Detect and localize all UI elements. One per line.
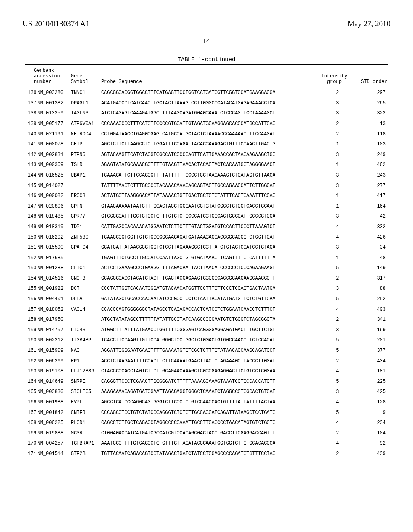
row-index: 156 — [25, 294, 36, 304]
gene-symbol: GPHN — [70, 201, 100, 212]
table-row: 147NM_020806GPHNGTAAGAAAAATAATCTTTGCACTA… — [25, 201, 388, 212]
table-row: 163NM_019108FLJ12886CTACCCCCACCTAGTCTTCT… — [25, 366, 388, 376]
page-header: US 2010/0130374 A1 May 27, 2010 — [23, 19, 390, 28]
gene-symbol: NEUROD4 — [70, 129, 100, 139]
std-order: 201 — [351, 335, 388, 346]
gene-symbol: SIGLEC5 — [70, 387, 100, 397]
accession-number: NM_020806 — [36, 201, 70, 212]
intensity-group: 5 — [317, 263, 351, 273]
row-index: 144 — [25, 170, 36, 181]
intensity-group: 3 — [317, 212, 351, 222]
col-genbank: Genbank accession number — [25, 67, 70, 87]
intensity-group: 2 — [317, 273, 351, 284]
probe-sequence: TGAACCGGTGGTTGTCTGCGGGGAAGAGATGATAAAGAGC… — [100, 232, 317, 243]
std-order: 425 — [351, 387, 388, 397]
row-index: 150 — [25, 232, 36, 243]
accession-number: NM_000369 — [36, 160, 70, 170]
std-order: 104 — [351, 428, 388, 438]
accession-number: NM_018485 — [36, 212, 70, 222]
row-index: 159 — [25, 325, 36, 335]
probe-sequence: GCAGGGCACCTACATCTACTTTGACTACGAGAAGTGGGGC… — [100, 273, 317, 284]
table-row: 143NM_000369TSHRAGAGTATATGCAAACGGTTTTGTA… — [25, 160, 388, 170]
intensity-group: 5 — [317, 407, 351, 418]
gene-symbol: PTPN6 — [70, 150, 100, 160]
accession-number: NM_019888 — [36, 428, 70, 438]
col-intensity-group: Intensity group — [317, 67, 351, 87]
row-index: 171 — [25, 449, 36, 459]
accession-number: NM_014757 — [36, 325, 70, 335]
probe-sequence: TATTTTAACTCTTTGCCCCTACAAACAAACAGCAGTACTT… — [100, 181, 317, 191]
accession-number: NM_001288 — [36, 263, 70, 273]
accession-number: NM_014516 — [36, 273, 70, 284]
intensity-group: 2 — [317, 314, 351, 325]
table-row: 157NM_018052VAC14CCACCCAGTGGGGGGCTATAGCC… — [25, 304, 388, 315]
intensity-group: 5 — [317, 376, 351, 387]
row-index: 166 — [25, 397, 36, 407]
table-row: 141NM_000078CETPAGCTCTTCTTAAGCCTCTTGGATT… — [25, 139, 388, 150]
probe-sequence: CAGCGGCACGGTGGACTTTGATGAGTTCCTGGTCATGATG… — [100, 87, 317, 98]
row-index: 164 — [25, 376, 36, 387]
row-index: 142 — [25, 150, 36, 160]
accession-number: NM_001382 — [36, 98, 70, 108]
intensity-group: 3 — [317, 170, 351, 181]
col-probe-sequence: Probe Sequence — [100, 67, 317, 87]
table-top-rule — [25, 64, 388, 65]
intensity-group: 1 — [317, 160, 351, 170]
gene-symbol: PLCD1 — [70, 418, 100, 428]
accession-number: NM_017950 — [36, 314, 70, 325]
std-order: 243 — [351, 170, 388, 181]
gene-symbol — [70, 181, 100, 191]
probe-sequence: AGTACAAGTTCATCTACGTGGCCATCGCCCAGTTCATTGA… — [100, 150, 317, 160]
probe-sequence: CATTGAGCCACAAACATGGAATCTCTTCTTTGTACTGGAT… — [100, 222, 317, 232]
gene-symbol — [70, 253, 100, 263]
probe-sequence: TGAGTTTCTGCCTTGCCATCCAATTAGCTGTGTGATAAAC… — [100, 253, 317, 263]
accession-number: NM_000078 — [36, 139, 70, 150]
row-index: 160 — [25, 335, 36, 346]
accession-number: NM_001842 — [36, 407, 70, 418]
probe-sequence: AGCTCTTCTTAAGCCTCTTGGATTTCCAGATTACACCAAA… — [100, 139, 317, 150]
gene-symbol: ITGB4BP — [70, 335, 100, 346]
gene-symbol: ZNF580 — [70, 232, 100, 243]
std-order: 426 — [351, 232, 388, 243]
table-row: 144NM_016525UBAP1TGAAAGATTCTTCCAGGGTTTTA… — [25, 170, 388, 181]
std-order: 34 — [351, 242, 388, 253]
intensity-group: 1 — [317, 253, 351, 263]
std-order: 462 — [351, 160, 388, 170]
intensity-group: 5 — [317, 335, 351, 346]
intensity-group: 2 — [317, 428, 351, 438]
row-index: 138 — [25, 108, 36, 119]
accession-number: NM_005177 — [36, 118, 70, 129]
accession-number: NM_021191 — [36, 129, 70, 139]
accession-number: NM_006269 — [36, 356, 70, 366]
std-order: 88 — [351, 284, 388, 294]
row-index: 147 — [25, 201, 36, 212]
probe-sequence: AGGATTGGGGAATGAAGTTTTGAAAATGTGTCGCTCTTTG… — [100, 345, 317, 356]
intensity-group: 5 — [317, 345, 351, 356]
accession-number: NM_016525 — [36, 170, 70, 181]
accession-number: NM_018319 — [36, 222, 70, 232]
table-row: 166NM_001988EVPLAGCCTCATCCCAGGCAGTGGGTCT… — [25, 397, 388, 407]
accession-number: NM_019108 — [36, 366, 70, 376]
gene-symbol: FLJ12886 — [70, 366, 100, 376]
gene-symbol: MC3R — [70, 428, 100, 438]
accession-number: NM_003280 — [36, 87, 70, 98]
probe-sequence: CCCAAAGCCCTTTCATCTTCCCCGTGCATTGTAGATGGAA… — [100, 118, 317, 129]
gene-symbol: TAGLN3 — [70, 108, 100, 119]
intensity-group: 2 — [317, 356, 351, 366]
publication-date: May 27, 2010 — [348, 19, 390, 28]
std-order: 48 — [351, 253, 388, 263]
probe-sequence: CTGGAGACCATCATGATCGCCATCGTCCACAGCGACTACC… — [100, 428, 317, 438]
gene-symbol: EVPL — [70, 397, 100, 407]
std-order: 234 — [351, 418, 388, 428]
row-index: 140 — [25, 129, 36, 139]
gene-symbol: CNOT3 — [70, 273, 100, 284]
probe-sequence: ATGCTATATAGCCTTTTTTATATTGCCTATCAAGCCCGGA… — [100, 314, 317, 325]
std-order: 332 — [351, 222, 388, 232]
accession-number: NM_002831 — [36, 150, 70, 160]
std-order: 118 — [351, 129, 388, 139]
std-order: 403 — [351, 304, 388, 315]
probe-sequence: GATATAGCTGCACCAACAATATCCCGCCTCCTCTAATTAC… — [100, 294, 317, 304]
probe-sequence: AGCCTCATCCCAGGCAGTGGGTCTTCCCTCTGTCCAACCA… — [100, 397, 317, 407]
intensity-group: 5 — [317, 294, 351, 304]
std-order: 317 — [351, 273, 388, 284]
